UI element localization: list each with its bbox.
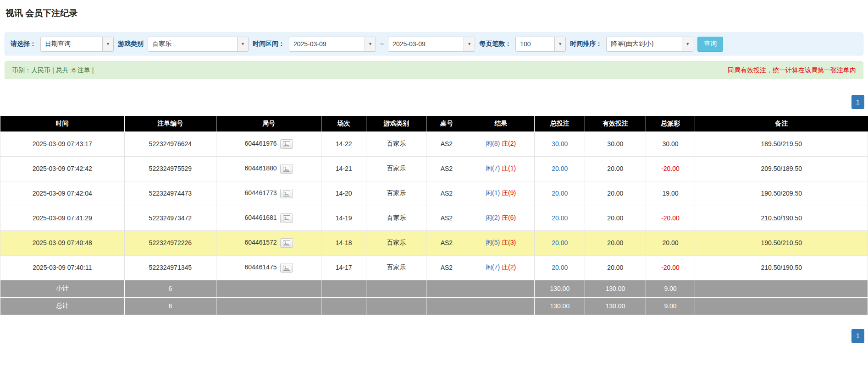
cell-payout: 30.00 xyxy=(646,131,695,156)
total-bet-link[interactable]: 20.00 xyxy=(552,264,568,271)
round-replay-icon[interactable] xyxy=(280,164,293,174)
cell-bet-id: 522324973472 xyxy=(124,206,216,230)
page-1-button[interactable]: 1 xyxy=(851,95,864,109)
cell-session: 14-21 xyxy=(321,156,366,181)
per-page-label: 每页笔数： xyxy=(479,40,511,48)
result-player: 闲(7) xyxy=(486,263,500,271)
col-header-time: 时间 xyxy=(0,116,125,131)
cell-time: 2025-03-09 07:40:48 xyxy=(0,230,125,255)
cell-game-type: 百家乐 xyxy=(366,230,426,255)
per-page-select: ▼ xyxy=(515,37,566,52)
date-to-select: ▼ xyxy=(388,37,475,52)
game-type-label: 游戏类别 xyxy=(118,40,144,48)
cell-valid-bet: 30.00 xyxy=(585,131,646,156)
grand-total-valid-bet: 130.00 xyxy=(585,297,646,315)
cell-payout: 19.00 xyxy=(646,181,695,206)
cell-time: 2025-03-09 07:41:29 xyxy=(0,206,125,230)
page-1-button[interactable]: 1 xyxy=(851,329,864,343)
cell-round-id: 604461773 xyxy=(216,181,321,206)
round-replay-icon[interactable] xyxy=(280,263,293,273)
summary-bar: 币别：人民币 | 总共 :6 注单 | 同局有效投注，统一计算在该局第一张注单内 xyxy=(5,61,863,79)
result-banker: 庄(2) xyxy=(502,263,516,271)
date-range-label: 时间区间： xyxy=(253,40,285,48)
subtotal-row: 小计 6 130.00 130.00 9.00 xyxy=(0,280,868,297)
cell-game-type: 百家乐 xyxy=(366,131,426,156)
result-player: 闲(8) xyxy=(486,140,500,147)
total-bet-link[interactable]: 30.00 xyxy=(552,140,568,147)
cell-bet-id: 522324972226 xyxy=(124,230,216,255)
game-type-input[interactable] xyxy=(148,37,237,51)
cell-time: 2025-03-09 07:42:42 xyxy=(0,156,125,181)
round-id-text: 604461880 xyxy=(245,164,277,172)
subtotal-valid-bet: 130.00 xyxy=(585,280,646,297)
result-player: 闲(7) xyxy=(486,164,500,172)
pagination-top: 1 xyxy=(0,95,868,109)
table-row[interactable]: 2025-03-09 07:43:17 522324976624 6044619… xyxy=(0,131,868,156)
result-banker: 庄(1) xyxy=(502,164,516,172)
round-replay-icon[interactable] xyxy=(280,213,293,223)
valid-bet-notice: 同局有效投注，统一计算在该局第一张注单内 xyxy=(728,66,856,75)
cell-table-no: AS2 xyxy=(426,156,467,181)
chevron-down-icon[interactable]: ▼ xyxy=(365,37,376,51)
cell-game-type: 百家乐 xyxy=(366,206,426,230)
cell-payout: -20.00 xyxy=(646,156,695,181)
sort-order-label: 时间排序： xyxy=(570,40,602,48)
chevron-down-icon[interactable]: ▼ xyxy=(682,37,693,51)
query-type-input[interactable] xyxy=(41,37,102,51)
table-row[interactable]: 2025-03-09 07:41:29 522324973472 6044616… xyxy=(0,206,868,230)
subtotal-payout: 9.00 xyxy=(646,280,695,297)
chevron-down-icon[interactable]: ▼ xyxy=(237,37,248,51)
chevron-down-icon[interactable]: ▼ xyxy=(554,37,565,51)
sort-order-input[interactable] xyxy=(607,37,682,51)
grand-total-label: 总计 xyxy=(0,297,125,315)
round-replay-icon[interactable] xyxy=(280,238,293,248)
cell-result: 闲(7) 庄(1) xyxy=(467,156,535,181)
cell-note: 209.50/189.50 xyxy=(695,156,868,181)
table-row[interactable]: 2025-03-09 07:40:11 522324971345 6044614… xyxy=(0,255,868,280)
table-row[interactable]: 2025-03-09 07:40:48 522324972226 6044615… xyxy=(0,230,868,255)
date-to-input[interactable] xyxy=(388,37,464,51)
cell-round-id: 604461572 xyxy=(216,230,321,255)
chevron-down-icon[interactable]: ▼ xyxy=(464,37,475,51)
cell-game-type: 百家乐 xyxy=(366,156,426,181)
cell-round-id: 604461681 xyxy=(216,206,321,230)
footer-empty-cell xyxy=(695,297,868,315)
cell-bet-id: 522324974473 xyxy=(124,181,216,206)
game-type-select: ▼ xyxy=(148,37,249,52)
subtotal-label: 小计 xyxy=(0,280,125,297)
cell-valid-bet: 20.00 xyxy=(585,255,646,280)
result-player: 闲(1) xyxy=(486,189,500,197)
title-divider xyxy=(0,25,868,25)
total-bet-link[interactable]: 20.00 xyxy=(552,214,568,222)
cell-session: 14-20 xyxy=(321,181,366,206)
round-replay-icon[interactable] xyxy=(280,189,293,198)
page-title: 视讯 会员下注纪录 xyxy=(6,7,862,19)
total-bet-link[interactable]: 20.00 xyxy=(552,190,568,197)
total-bet-link[interactable]: 20.00 xyxy=(552,165,568,172)
footer-empty-cell xyxy=(366,297,426,315)
sort-order-select: ▼ xyxy=(606,37,693,52)
round-id-text: 604461773 xyxy=(245,189,277,197)
search-button[interactable]: 查询 xyxy=(697,37,723,52)
round-replay-icon[interactable] xyxy=(280,139,293,149)
chevron-down-icon[interactable]: ▼ xyxy=(102,37,113,51)
cell-table-no: AS2 xyxy=(426,181,467,206)
total-bet-link[interactable]: 20.00 xyxy=(552,239,568,246)
per-page-input[interactable] xyxy=(516,37,554,51)
cell-total-bet: 20.00 xyxy=(535,255,585,280)
cell-table-no: AS2 xyxy=(426,206,467,230)
cell-round-id: 604461976 xyxy=(216,131,321,156)
grand-total-count: 6 xyxy=(124,297,216,315)
cell-valid-bet: 20.00 xyxy=(585,156,646,181)
round-id-text: 604461681 xyxy=(245,214,277,221)
cell-result: 闲(1) 庄(9) xyxy=(467,181,535,206)
cell-round-id: 604461880 xyxy=(216,156,321,181)
footer-empty-cell xyxy=(321,297,366,315)
footer-empty-cell xyxy=(426,297,467,315)
table-row[interactable]: 2025-03-09 07:42:04 522324974473 6044617… xyxy=(0,181,868,206)
footer-empty-cell xyxy=(467,280,535,297)
date-from-input[interactable] xyxy=(289,37,365,51)
table-row[interactable]: 2025-03-09 07:42:42 522324975529 6044618… xyxy=(0,156,868,181)
grand-total-row: 总计 6 130.00 130.00 9.00 xyxy=(0,297,868,315)
footer-empty-cell xyxy=(321,280,366,297)
